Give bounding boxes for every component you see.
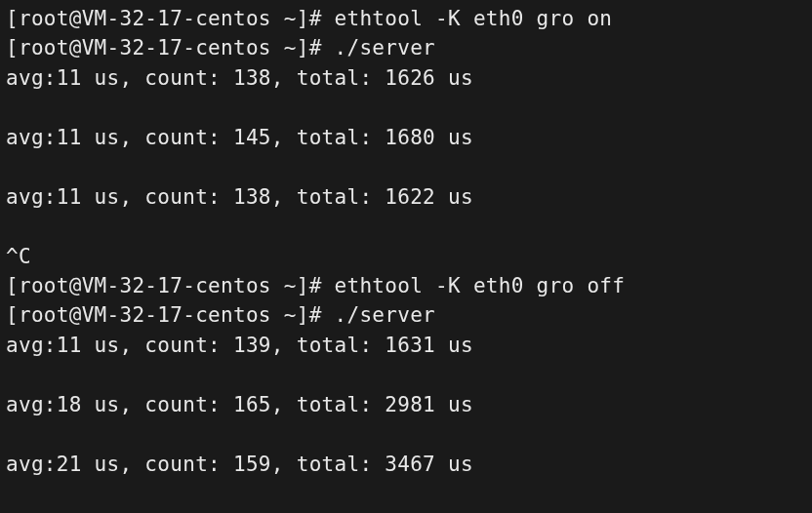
blank-line (6, 152, 806, 181)
output-line: avg:11 us, count: 145, total: 1680 us (6, 123, 806, 152)
output-line: avg:18 us, count: 165, total: 2981 us (6, 390, 806, 419)
blank-line (6, 93, 806, 122)
output-line: avg:11 us, count: 138, total: 1626 us (6, 63, 806, 93)
terminal-output[interactable]: [root@VM-32-17-centos ~]# ethtool -K eth… (6, 4, 806, 479)
prompt-line: [root@VM-32-17-centos ~]# ethtool -K eth… (6, 271, 806, 300)
interrupt-line: ^C (6, 242, 806, 271)
output-line: avg:11 us, count: 139, total: 1631 us (6, 331, 806, 360)
blank-line (6, 360, 806, 389)
output-line: avg:11 us, count: 138, total: 1622 us (6, 182, 806, 212)
output-line: avg:21 us, count: 159, total: 3467 us (6, 450, 806, 479)
prompt-line: [root@VM-32-17-centos ~]# ./server (6, 300, 806, 330)
prompt-line: [root@VM-32-17-centos ~]# ./server (6, 33, 806, 62)
blank-line (6, 212, 806, 241)
blank-line (6, 419, 806, 449)
prompt-line: [root@VM-32-17-centos ~]# ethtool -K eth… (6, 4, 806, 33)
